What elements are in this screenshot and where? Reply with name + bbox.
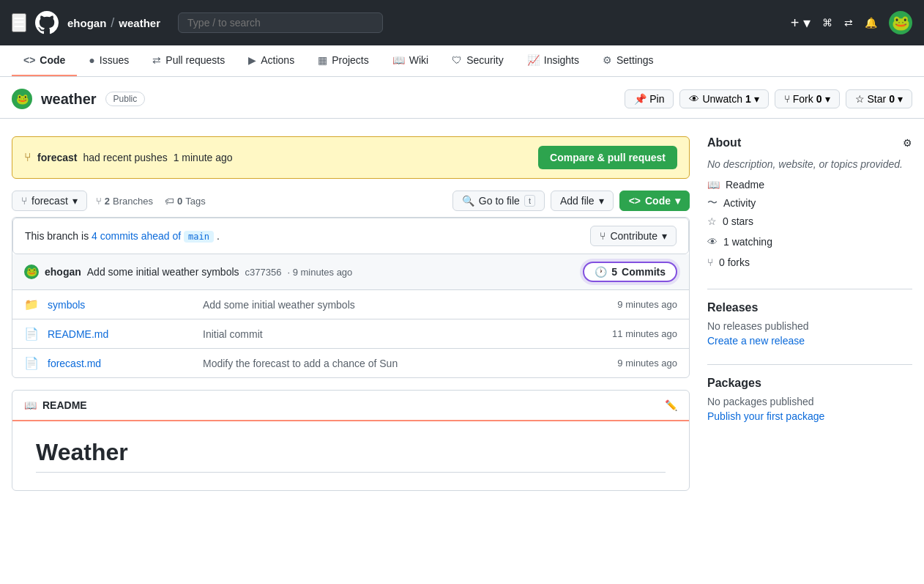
packages-title: Packages — [707, 377, 912, 390]
clock-icon: 🕐 — [595, 266, 607, 278]
activity-sidebar-icon: 〜 — [707, 196, 718, 210]
tab-security-label: Security — [466, 54, 504, 66]
branch-bar-right: 🔍 Go to file t Add file ▾ <> Code ▾ — [452, 191, 690, 211]
forecast-file-link[interactable]: forecast.md — [48, 358, 101, 369]
file-time-symbols: 9 minutes ago — [589, 299, 677, 310]
nav-icons: + ▾ ⌘ ⇄ 🔔 🐸 — [791, 11, 912, 34]
new-button[interactable]: + ▾ — [791, 14, 811, 32]
tab-pull-requests[interactable]: ⇄ Pull requests — [141, 45, 236, 76]
gear-icon[interactable]: ⚙ — [903, 137, 912, 149]
contribute-button[interactable]: ⑂ Contribute ▾ — [590, 226, 677, 246]
code-dropdown-icon: ▾ — [675, 195, 680, 207]
fork-button[interactable]: ⑂ Fork 0 ▾ — [775, 89, 840, 108]
search-bar[interactable] — [178, 12, 383, 33]
tab-actions[interactable]: ▶ Actions — [236, 45, 306, 76]
branches-link[interactable]: ⑂ 2 Branches — [96, 196, 153, 207]
search-input[interactable] — [178, 12, 383, 33]
packages-section: Packages No packages published Publish y… — [707, 364, 912, 422]
file-name-symbols: symbols — [48, 299, 194, 311]
compare-pull-request-button[interactable]: Compare & pull request — [538, 146, 677, 169]
about-description: No description, website, or topics provi… — [707, 158, 912, 170]
hamburger-menu[interactable]: ☰ — [12, 13, 26, 32]
watching-label: 1 watching — [723, 236, 772, 248]
user-link[interactable]: ehogan — [67, 17, 106, 29]
author-info: 🐸 ehogan Add some initial weather symbol… — [24, 265, 352, 279]
go-to-file-label: Go to file — [479, 195, 520, 207]
code-icon: <> — [629, 195, 641, 207]
file-message-symbols: Add some initial weather symbols — [203, 299, 581, 311]
avatar[interactable]: 🐸 — [889, 11, 912, 34]
add-file-label: Add file — [560, 195, 595, 207]
commit-author[interactable]: ehogan — [45, 266, 81, 278]
projects-tab-icon: ▦ — [318, 54, 327, 66]
pr-tab-icon: ⇄ — [152, 54, 161, 66]
settings-tab-icon: ⚙ — [603, 54, 612, 66]
code-button[interactable]: <> Code ▾ — [619, 191, 690, 211]
tab-actions-label: Actions — [261, 54, 294, 66]
symbols-folder-link[interactable]: symbols — [48, 299, 85, 311]
readme-content: Weather — [12, 421, 689, 490]
stars-count-label: 0 stars — [723, 215, 753, 227]
go-to-file-button[interactable]: 🔍 Go to file t — [452, 191, 545, 211]
tab-projects[interactable]: ▦ Projects — [306, 45, 381, 76]
readme-section: 📖 README ✏️ Weather — [12, 390, 690, 491]
notifications-button[interactable]: 🔔 — [865, 17, 877, 29]
go-to-file-shortcut: t — [524, 195, 535, 207]
file-table: This branch is 4 commits ahead of main .… — [12, 217, 690, 378]
sidebar-link-readme[interactable]: 📖 Readme — [707, 179, 912, 191]
alert-branch-name[interactable]: forecast — [37, 152, 77, 163]
commits-label: Commits — [622, 266, 666, 278]
commits-badge[interactable]: 🕐 5 Commits — [583, 262, 677, 282]
breadcrumb-separator: / — [111, 15, 114, 31]
tab-insights[interactable]: 📈 Insights — [515, 45, 591, 76]
main-branch-link[interactable]: main — [184, 231, 214, 243]
file-icon-forecast: 📄 — [24, 356, 39, 370]
tab-code[interactable]: <> Code — [12, 45, 77, 76]
readme-title-label: README — [42, 399, 87, 411]
file-name-forecast: forecast.md — [48, 358, 194, 369]
star-button[interactable]: ☆ Star 0 ▾ — [846, 89, 912, 108]
file-icon-readme: 📄 — [24, 327, 39, 341]
repo-name[interactable]: weather — [119, 17, 160, 29]
branch-dropdown-icon: ▾ — [72, 195, 78, 207]
create-release-link[interactable]: Create a new release — [707, 335, 805, 347]
pin-button[interactable]: 📌 Pin — [625, 89, 674, 108]
add-file-button[interactable]: Add file ▾ — [551, 191, 614, 211]
commit-hash[interactable]: c377356 — [245, 267, 282, 278]
github-logo[interactable] — [35, 11, 59, 34]
tab-wiki[interactable]: 📖 Wiki — [381, 45, 440, 76]
forks-label: 0 forks — [719, 256, 750, 268]
stars-stat[interactable]: ☆ 0 stars — [707, 215, 912, 227]
ahead-prefix: This branch is — [25, 230, 89, 242]
tab-settings[interactable]: ⚙ Settings — [591, 45, 666, 76]
branch-selector[interactable]: ⑂ forecast ▾ — [12, 191, 87, 211]
commits-ahead-link[interactable]: 4 commits ahead of — [92, 230, 184, 242]
sidebar-link-activity[interactable]: 〜 Activity — [707, 196, 912, 210]
tab-security[interactable]: 🛡 Security — [440, 45, 515, 76]
star-sidebar-icon: ☆ — [707, 215, 717, 227]
forks-stat[interactable]: ⑂ 0 forks — [707, 256, 912, 268]
readme-file-link[interactable]: README.md — [48, 328, 108, 340]
file-message-forecast: Modify the forecast to add a chance of S… — [203, 358, 581, 369]
tab-pr-label: Pull requests — [165, 54, 225, 66]
tags-icon: 🏷 — [165, 196, 174, 207]
watching-stat[interactable]: 👁 1 watching — [707, 236, 912, 248]
ahead-period: . — [217, 230, 220, 242]
pull-requests-icon-button[interactable]: ⇄ — [844, 17, 853, 29]
alert-time: 1 minute ago — [174, 152, 233, 163]
readme-book-icon: 📖 — [24, 399, 37, 411]
author-avatar[interactable]: 🐸 — [24, 265, 39, 279]
tab-issues[interactable]: ● Issues — [77, 45, 141, 76]
readme-edit-icon[interactable]: ✏️ — [665, 399, 677, 411]
code-tab-icon: <> — [23, 54, 35, 66]
watch-button[interactable]: 👁 Unwatch 1 ▾ — [679, 89, 768, 108]
publish-package-link[interactable]: Publish your first package — [707, 410, 824, 422]
command-palette-button[interactable]: ⌘ — [822, 17, 832, 29]
repo-title[interactable]: weather — [41, 91, 97, 108]
file-row: 📄 README.md Initial commit 11 minutes ag… — [12, 319, 689, 349]
code-label: Code — [645, 195, 671, 207]
file-table-header: 🐸 ehogan Add some initial weather symbol… — [12, 254, 689, 290]
tags-link[interactable]: 🏷 0 Tags — [165, 196, 206, 207]
repo-header: 🐸 weather Public 📌 Pin 👁 Unwatch 1 ▾ ⑂ F… — [0, 77, 924, 119]
readme-heading: Weather — [36, 439, 666, 473]
